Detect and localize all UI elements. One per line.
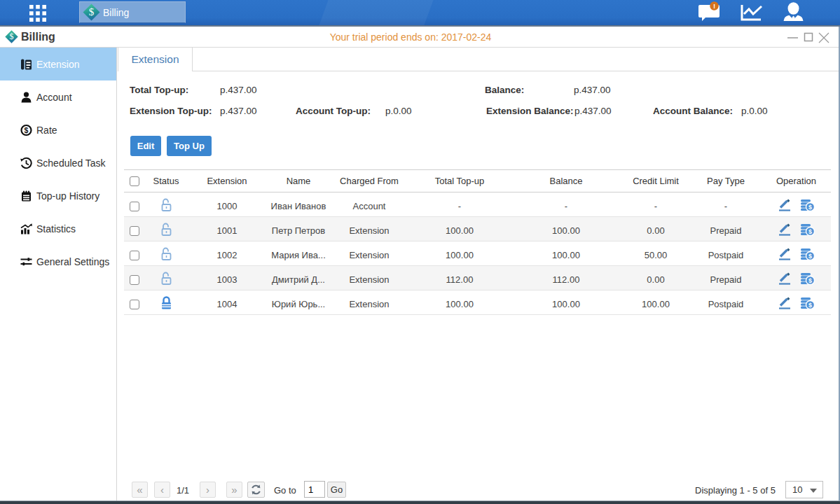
svg-text:$: $ [808,228,811,235]
svg-text:!: ! [713,2,715,10]
svg-text:$: $ [808,253,811,260]
svg-text:$: $ [808,302,811,309]
svg-text:$: $ [808,277,811,284]
svg-text:$: $ [808,204,811,211]
svg-text:$: $ [25,125,29,134]
